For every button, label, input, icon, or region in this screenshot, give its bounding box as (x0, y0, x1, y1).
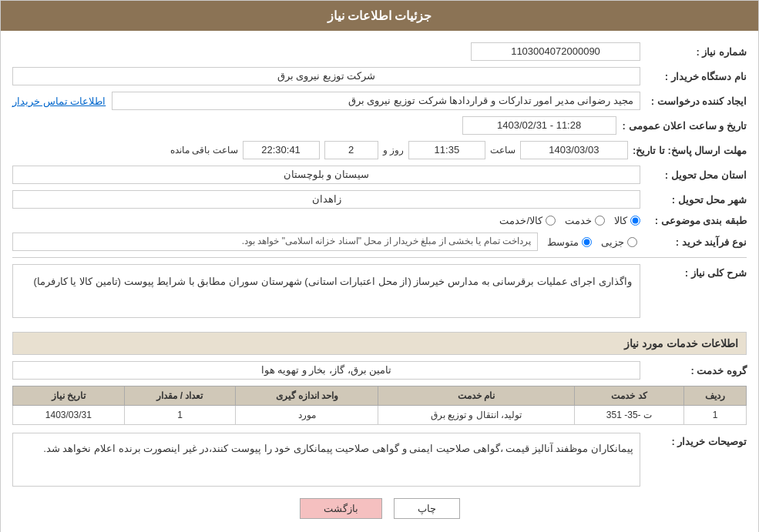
process-option-jozii[interactable]: جزیی (601, 236, 637, 248)
services-table: ردیف کد خدمت نام خدمت واحد اندازه گیری ت… (12, 386, 747, 425)
col-date: تاریخ نیاز (13, 386, 125, 406)
description-label: شرح کلی نیاز : (646, 264, 747, 279)
cell-code: ت -35- 351 (574, 406, 684, 425)
col-quantity: تعداد / مقدار (124, 386, 236, 406)
send-deadline-label: مهلت ارسال پاسخ: تا تاریخ: (633, 145, 747, 156)
cell-date: 1403/03/31 (13, 406, 125, 425)
category-khedmat-label: خدمت (565, 215, 592, 226)
process-note: پرداخت تمام یا بخشی از مبلغ خریدار از مح… (12, 233, 538, 251)
announce-date-label: تاریخ و ساعت اعلان عمومی : (623, 120, 747, 132)
cell-row: 1 (684, 406, 747, 425)
buyer-notes-value: پیمانکاران موظفند آنالیز قیمت ،گواهی صلا… (12, 433, 640, 487)
buyer-org-label: نام دستگاه خریدار : (646, 71, 747, 82)
buyer-notes-label: توصیحات خریدار : (646, 433, 747, 447)
service-group-value: تامین برق، گاز، بخار و تهویه هوا (12, 361, 640, 380)
send-time-label: ساعت (490, 145, 516, 156)
category-option-khedmat[interactable]: خدمت (565, 215, 605, 226)
category-option-kala[interactable]: کالا (614, 215, 640, 226)
col-row: ردیف (684, 386, 747, 406)
back-button[interactable]: بازگشت (300, 498, 382, 519)
process-option-motevaset[interactable]: متوسط (547, 236, 592, 248)
send-date-value: 1403/03/03 (520, 141, 628, 159)
category-options: کالا خدمت کالا/خدمت (499, 215, 640, 226)
category-label: طبقه بندی موضوعی : (646, 215, 747, 226)
col-unit: واحد اندازه گیری (236, 386, 378, 406)
col-name: نام خدمت (378, 386, 574, 406)
send-remaining-value: 22:30:41 (243, 141, 320, 159)
action-buttons: چاپ بازگشت (12, 498, 747, 519)
cell-name: تولید، انتقال و توزیع برق (378, 406, 574, 425)
process-motevaset-label: متوسط (547, 236, 579, 248)
city-label: شهر محل تحویل : (646, 194, 747, 206)
creator-value: مجید رضوانی مدیر امور تدارکات و قرارداده… (112, 92, 640, 110)
page-title: جزئیات اطلاعات نیاز (327, 9, 432, 22)
category-option-kala-khedmat[interactable]: کالا/خدمت (499, 215, 556, 226)
send-time-value: 11:35 (408, 141, 485, 159)
send-remaining-label: ساعت باقی مانده (170, 145, 238, 156)
city-value: زاهدان (12, 190, 640, 209)
buyer-notes-section: توصیحات خریدار : پیمانکاران موظفند آنالی… (12, 433, 747, 487)
page-header: جزئیات اطلاعات نیاز (1, 1, 758, 31)
process-options: جزیی متوسط (547, 236, 637, 248)
announce-date-value: 1403/02/31 - 11:28 (462, 116, 616, 135)
province-value: سیستان و بلوچستان (12, 166, 640, 184)
table-row: 1 ت -35- 351 تولید، انتقال و توزیع برق م… (13, 406, 747, 425)
province-label: استان محل تحویل : (646, 169, 747, 181)
process-label: نوع فرآیند خرید : (646, 236, 747, 248)
creator-label: ایجاد کننده درخواست : (646, 95, 747, 107)
send-days-label: روز و (383, 145, 404, 156)
send-days-value: 2 (324, 141, 378, 159)
need-number-label: شماره نیاز : (646, 46, 747, 58)
need-number-value: 1103004072000090 (471, 42, 640, 61)
process-jozii-label: جزیی (601, 236, 624, 248)
service-group-label: گروه خدمت : (646, 365, 747, 376)
cell-quantity: 1 (124, 406, 236, 425)
description-value: واگذاری اجرای عملیات برقرسانی به مدارس خ… (12, 264, 640, 318)
buyer-org-value: شرکت توزیع نیروی برق (12, 67, 640, 85)
services-section-header: اطلاعات خدمات مورد نیاز (12, 332, 747, 355)
category-kala-khedmat-label: کالا/خدمت (499, 215, 542, 226)
cell-unit: مورد (236, 406, 378, 425)
col-code: کد خدمت (574, 386, 684, 406)
divider-1 (12, 257, 747, 258)
category-kala-label: کالا (614, 215, 627, 226)
print-button[interactable]: چاپ (394, 498, 460, 519)
contact-link[interactable]: اطلاعات تماس خریدار (12, 95, 106, 107)
